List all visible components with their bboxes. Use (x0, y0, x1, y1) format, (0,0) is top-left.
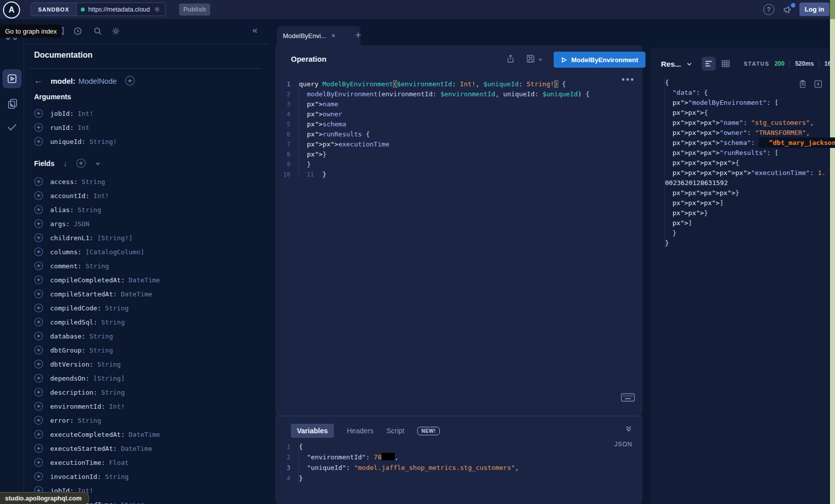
add-field-icon[interactable] (34, 205, 43, 214)
add-field-icon[interactable] (34, 123, 43, 132)
divider (819, 60, 819, 68)
response-menu-chevron-icon[interactable] (686, 61, 693, 67)
field-row[interactable]: columns: [CatalogColumn] (34, 245, 260, 259)
field-type: String (97, 389, 125, 396)
field-row[interactable]: description: String (34, 385, 260, 399)
add-field-icon[interactable] (34, 472, 43, 481)
add-field-icon[interactable] (34, 275, 43, 284)
field-type: [String] (89, 375, 124, 382)
tab-script[interactable]: Script (386, 427, 404, 435)
endpoint-settings-gear-icon[interactable] (153, 5, 161, 14)
field-row[interactable]: compileStartedAt: DateTime (34, 287, 260, 301)
type-name-link[interactable]: ModelNode (78, 77, 117, 85)
add-field-icon[interactable] (34, 303, 43, 312)
add-field-icon[interactable] (34, 317, 43, 326)
explorer-nav-button[interactable] (3, 69, 22, 88)
tab-variables[interactable]: Variables (291, 424, 334, 438)
add-field-icon[interactable] (34, 331, 43, 341)
publish-button[interactable]: Publish (179, 4, 210, 16)
code-line: 3"uniqueId": "model.jaffle_shop_metrics.… (275, 462, 519, 473)
field-row[interactable]: runId: Int (34, 120, 255, 134)
field-row[interactable]: compileCompletedAt: DateTime (34, 273, 260, 287)
field-row[interactable]: dbtGroup: String (34, 343, 260, 357)
add-field-icon[interactable] (34, 219, 43, 228)
line-number: 4 (275, 109, 298, 119)
field-row[interactable]: uniqueId: String! (34, 134, 255, 148)
add-field-icon[interactable] (34, 233, 43, 242)
checks-icon[interactable] (6, 121, 18, 133)
field-row[interactable]: executeStartedAt: DateTime (34, 441, 260, 455)
field-row[interactable]: dbtVersion: String (34, 357, 260, 371)
field-type: String (74, 206, 101, 214)
run-operation-button[interactable]: ModelByEnvironment (554, 52, 645, 68)
help-icon[interactable]: ? (763, 4, 774, 15)
endpoint-url-field[interactable]: https://metadata.cloud.get (77, 3, 165, 16)
status-code: 200 (774, 60, 784, 67)
chevron-down-icon[interactable] (95, 160, 101, 166)
tree-view-button[interactable] (702, 57, 716, 71)
field-row[interactable]: access: String (34, 175, 260, 189)
endpoint-url-text[interactable]: https://metadata.cloud.get (88, 6, 150, 13)
operation-menu-icon[interactable] (622, 78, 633, 81)
operation-editor[interactable]: 1query ModelByEnvironment($environmentId… (275, 79, 590, 180)
add-field-icon[interactable] (34, 289, 43, 298)
add-field-icon[interactable] (34, 388, 43, 397)
collapse-sidebar-icon[interactable]: « (252, 25, 258, 36)
login-button[interactable]: Log in (799, 3, 829, 16)
add-field-icon[interactable] (34, 430, 43, 439)
field-row[interactable]: error: String (34, 413, 260, 427)
field-row[interactable]: database: String (34, 329, 260, 343)
add-field-icon[interactable] (34, 247, 43, 256)
collapse-panel-chevrons-icon[interactable] (625, 425, 632, 432)
add-field-icon[interactable] (34, 360, 43, 369)
table-view-icon[interactable] (721, 59, 731, 69)
tab-headers[interactable]: Headers (347, 427, 374, 435)
field-row[interactable]: childrenL1: [String!] (34, 231, 260, 245)
field-row[interactable]: environmentId: Int! (34, 399, 260, 413)
schema-clone-icon[interactable] (7, 98, 19, 110)
add-field-icon[interactable] (34, 261, 43, 270)
search-icon[interactable] (93, 26, 103, 36)
add-field-icon[interactable] (34, 191, 43, 200)
add-field-icon[interactable] (34, 402, 43, 411)
add-field-icon[interactable] (34, 458, 43, 467)
add-field-icon[interactable] (34, 374, 43, 383)
field-row[interactable]: executionTime: Float (34, 455, 260, 469)
field-row[interactable]: compiledSql: String (34, 315, 260, 329)
add-field-icon[interactable] (34, 137, 43, 146)
tab-modelbyenvironment[interactable]: ModelByEnvi... × (277, 26, 361, 45)
divider (789, 60, 790, 68)
code-line: px">"modelByEnvironment": [ (664, 98, 825, 108)
response-json-viewer[interactable]: {"data": {px">"modelByEnvironment": [px"… (664, 78, 825, 248)
share-icon[interactable] (506, 54, 516, 64)
back-arrow-icon[interactable]: ← (34, 76, 43, 86)
add-type-icon[interactable] (125, 76, 135, 86)
add-field-icon[interactable] (34, 177, 43, 186)
add-tab-icon[interactable]: + (355, 29, 361, 41)
field-row[interactable]: alias: String (34, 203, 260, 217)
save-icon[interactable] (526, 54, 536, 64)
field-row[interactable]: executeCompletedAt: DateTime (34, 427, 260, 441)
keyboard-shortcuts-icon[interactable] (621, 393, 635, 402)
save-menu-chevron-icon[interactable] (538, 57, 543, 62)
sort-fields-icon[interactable]: ↓ (63, 159, 67, 167)
add-field-icon[interactable] (34, 416, 43, 425)
add-all-fields-icon[interactable] (76, 158, 86, 168)
field-row[interactable]: compiledCode: String (34, 301, 260, 315)
field-row[interactable]: jobId: Int! (34, 106, 255, 120)
apollo-logo[interactable]: A (3, 2, 20, 19)
settings-gear-icon[interactable] (111, 26, 121, 36)
field-row[interactable]: dependsOn: [String] (34, 371, 260, 385)
field-row[interactable]: invocationId: String (34, 469, 260, 483)
variables-editor[interactable]: 1{2"environmentId": 78,3"uniqueId": "mod… (275, 441, 519, 483)
tab-close-icon[interactable]: × (331, 32, 336, 40)
field-row[interactable]: comment: String (34, 259, 260, 273)
add-field-icon[interactable] (34, 444, 43, 453)
add-field-icon[interactable] (34, 346, 43, 355)
field-name: compileStartedAt: (50, 290, 117, 298)
field-row[interactable]: args: JSON (34, 217, 260, 231)
history-icon[interactable] (73, 26, 83, 36)
add-field-icon[interactable] (34, 109, 43, 118)
announcements-megaphone-icon[interactable] (782, 4, 794, 15)
field-row[interactable]: accountId: Int! (34, 189, 260, 203)
